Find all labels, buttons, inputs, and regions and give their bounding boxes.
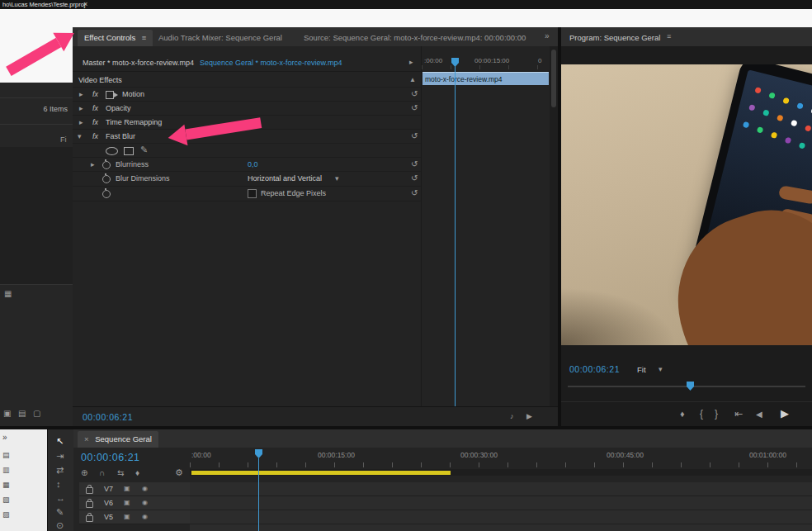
effect-row-motion[interactable]: ▸ fx Motion ↺ xyxy=(73,87,421,102)
ec-clip[interactable]: moto-x-force-review.mp4 xyxy=(423,72,549,85)
param-row-blurriness[interactable]: ▸ Blurriness 0,0 ↺ xyxy=(73,157,421,172)
play-icon[interactable]: ▶ xyxy=(781,407,789,420)
snap-icon[interactable]: ∩ xyxy=(99,468,105,477)
source-patch-icon[interactable]: ▣ xyxy=(124,499,130,506)
tab-effect-controls[interactable]: Effect Controls ≡ xyxy=(78,30,153,46)
stopwatch-icon[interactable] xyxy=(102,161,111,169)
selection-tool[interactable]: ↖ xyxy=(56,436,64,447)
track-lane-v6[interactable] xyxy=(190,496,812,510)
insert-icon[interactable]: ⊕ xyxy=(81,468,87,477)
timeline-timecode[interactable]: 00:00:06:21 xyxy=(81,452,140,463)
sequence-clip-label[interactable]: Sequence Geral * moto-x-force-review.mp4 xyxy=(200,59,342,67)
dropdown-arrow-icon[interactable]: ▾ xyxy=(659,365,663,373)
stopwatch-icon[interactable] xyxy=(102,175,111,183)
fx-badge-icon[interactable]: fx xyxy=(92,132,98,140)
close-icon[interactable]: × xyxy=(83,0,87,8)
track-lane-v5[interactable] xyxy=(190,510,812,524)
effect-row-opacity[interactable]: ▸ fx Opacity ↺ xyxy=(73,101,421,116)
timeline-ruler[interactable] xyxy=(190,462,812,467)
track-output-eye-icon[interactable]: ◉ xyxy=(142,513,148,520)
tab-source-monitor[interactable]: Source: Sequence Geral: moto-x-force-rev… xyxy=(304,33,526,42)
reset-icon[interactable]: ↺ xyxy=(411,173,418,183)
fit-dropdown[interactable]: Fit xyxy=(637,365,646,374)
track-label[interactable]: V6 xyxy=(104,499,113,507)
repeat-edge-checkbox[interactable] xyxy=(248,189,257,198)
show-timeline-icon[interactable]: ▸ xyxy=(409,58,413,66)
track-header-v7[interactable]: V7 ▣ ◉ xyxy=(79,482,190,496)
source-patch-icon[interactable]: ▣ xyxy=(124,485,130,492)
linked-selection-icon[interactable]: ⇆ xyxy=(117,468,124,477)
timeline-settings-icon[interactable]: ⚙ xyxy=(175,467,183,478)
ripple-edit-tool[interactable]: ⇄ xyxy=(56,465,64,476)
expand-dock-icon[interactable]: » xyxy=(2,433,7,442)
effect-name[interactable]: Time Remapping xyxy=(106,118,162,126)
ec-ruler-ticks[interactable] xyxy=(422,65,550,69)
pen-mask-icon[interactable]: ✎ xyxy=(140,145,148,155)
disclosure-icon[interactable]: ▸ xyxy=(79,90,83,98)
track-lock-icon[interactable] xyxy=(86,501,93,508)
track-output-eye-icon[interactable]: ◉ xyxy=(142,499,148,506)
disclosure-icon[interactable]: ▸ xyxy=(79,118,83,126)
scroll-up-icon[interactable]: ▲ xyxy=(409,76,416,83)
pen-tool[interactable]: ✎ xyxy=(56,507,64,518)
effect-name[interactable]: Fast Blur xyxy=(106,132,135,140)
source-patch-icon[interactable]: ▣ xyxy=(124,513,130,520)
track-lane-v7[interactable] xyxy=(190,482,812,496)
program-timecode[interactable]: 00:00:06:21 xyxy=(569,364,620,374)
add-marker-icon[interactable]: ♦ xyxy=(680,409,685,419)
tab-overflow-icon[interactable]: » xyxy=(545,31,550,40)
dock-panel-icon[interactable]: ▥ xyxy=(2,466,10,474)
close-tab-icon[interactable]: × xyxy=(84,434,89,443)
bin-content-area[interactable] xyxy=(0,147,73,284)
rect-mask-icon[interactable] xyxy=(124,147,134,155)
ec-scrollbar[interactable] xyxy=(550,46,558,406)
ec-play-icon[interactable]: ▶ xyxy=(526,412,532,420)
rolling-edit-tool[interactable]: ↕ xyxy=(56,479,61,489)
add-marker-icon[interactable]: ♦ xyxy=(135,468,139,477)
ellipse-mask-icon[interactable] xyxy=(106,147,118,155)
dock-panel-icon[interactable]: ▧ xyxy=(2,495,10,504)
panel-menu-icon[interactable]: ≡ xyxy=(667,32,671,40)
mark-in-icon[interactable]: { xyxy=(700,408,703,420)
mark-out-icon[interactable]: } xyxy=(715,408,718,420)
reset-icon[interactable]: ↺ xyxy=(411,103,418,112)
program-video-frame[interactable] xyxy=(561,64,812,345)
ec-timecode[interactable]: 00:00:06:21 xyxy=(83,412,133,422)
tab-program-label[interactable]: Program: Sequence Geral xyxy=(569,33,660,42)
tab-sequence[interactable]: × Sequence Geral xyxy=(78,431,158,448)
stopwatch-icon[interactable] xyxy=(102,190,111,198)
panel-thumb-icon[interactable]: ▦ xyxy=(4,289,12,298)
fx-badge-icon[interactable]: fx xyxy=(92,118,98,126)
track-lane-partial[interactable] xyxy=(190,524,812,531)
disclosure-icon[interactable]: ▸ xyxy=(91,160,95,168)
tab-audio-track-mixer[interactable]: Audio Track Mixer: Sequence Geral xyxy=(158,33,282,42)
effect-name[interactable]: Motion xyxy=(122,90,144,98)
panel-menu-icon[interactable]: ≡ xyxy=(142,33,147,42)
list-view-icon[interactable]: ▤ xyxy=(18,409,26,418)
track-output-eye-icon[interactable]: ◉ xyxy=(142,485,148,492)
param-row-blur-dimensions[interactable]: Blur Dimensions Horizontal and Vertical … xyxy=(73,171,421,187)
reset-icon[interactable]: ↺ xyxy=(411,159,418,168)
play-audio-icon[interactable]: ♪ xyxy=(510,412,514,420)
track-lock-icon[interactable] xyxy=(86,515,93,522)
hand-tool[interactable]: ⊙ xyxy=(56,520,64,531)
disclosure-icon[interactable]: ▸ xyxy=(79,104,83,112)
param-row-repeat-edge-pixels[interactable]: Repeat Edge Pixels ↺ xyxy=(73,186,421,201)
dock-panel-icon[interactable]: ▦ xyxy=(2,481,10,489)
reset-icon[interactable]: ↺ xyxy=(411,89,418,98)
track-lock-icon[interactable] xyxy=(86,487,93,494)
track-label[interactable]: V7 xyxy=(104,485,113,493)
track-header-v6[interactable]: V6 ▣ ◉ xyxy=(79,496,190,510)
reset-icon[interactable]: ↺ xyxy=(411,188,418,197)
rate-stretch-tool[interactable]: ↔ xyxy=(56,493,65,503)
dropdown-arrow-icon[interactable]: ▾ xyxy=(335,174,339,183)
effect-name[interactable]: Opacity xyxy=(106,104,131,112)
step-back-icon[interactable]: ◀ xyxy=(756,410,762,419)
new-bin-icon[interactable]: ▣ xyxy=(3,409,11,418)
track-select-tool[interactable]: ⇥ xyxy=(56,451,64,462)
disclosure-icon[interactable]: ▾ xyxy=(78,132,82,140)
new-item-icon[interactable]: ▢ xyxy=(33,409,40,418)
fx-badge-icon[interactable]: fx xyxy=(92,90,98,98)
fx-badge-icon[interactable]: fx xyxy=(92,104,98,112)
window-titlebar[interactable]: ho\Lucas Mendes\Teste.prproj × xyxy=(0,0,812,9)
